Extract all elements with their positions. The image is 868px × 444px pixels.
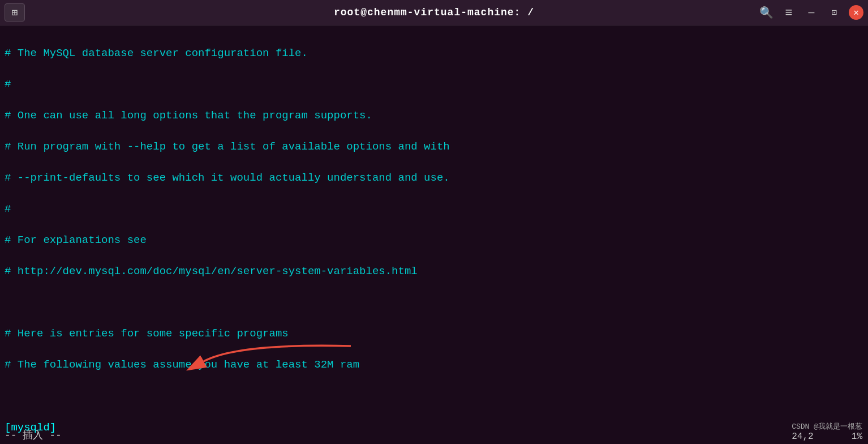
close-button[interactable]: ✕ — [849, 5, 863, 20]
line-13: [mysqld] — [0, 420, 868, 436]
maximize-icon: ⊡ — [831, 7, 837, 18]
menu-button[interactable]: ≡ — [779, 3, 799, 22]
line-4: # Run program with --help to get a list … — [0, 139, 868, 155]
line-11: # The following values assume you have a… — [0, 357, 868, 373]
line-10: # Here is entries for some specific prog… — [0, 326, 868, 342]
line-6: # — [0, 202, 868, 217]
vim-mode-indicator: -- 插入 -- — [0, 426, 66, 444]
new-tab-button[interactable]: ⊞ — [5, 3, 25, 22]
line-8: # http://dev.mysql.com/doc/mysql/en/serv… — [0, 264, 868, 280]
line-9 — [0, 295, 868, 311]
status-bar: CSDN @我就是一根葱 24,2 1% — [755, 419, 868, 444]
insert-label: -- 插入 -- — [5, 430, 62, 441]
search-icon: 🔍 — [759, 6, 774, 20]
menu-icon: ≡ — [785, 5, 793, 20]
line-2: # — [0, 77, 868, 93]
maximize-button[interactable]: ⊡ — [824, 3, 844, 22]
line-5: # --print-defaults to see which it would… — [0, 170, 868, 186]
search-button[interactable]: 🔍 — [756, 3, 776, 22]
line-7: # For explanations see — [0, 233, 868, 249]
cursor-position: 24,2 1% — [760, 432, 862, 442]
terminal-window: # The MySQL database server configuratio… — [0, 25, 868, 444]
window-title: root@chenmm-virtual-machine: / — [334, 7, 534, 18]
titlebar: ⊞ root@chenmm-virtual-machine: / 🔍 ≡ — ⊡… — [0, 0, 868, 25]
new-tab-icon: ⊞ — [12, 6, 18, 19]
terminal-content: # The MySQL database server configuratio… — [0, 25, 868, 444]
titlebar-controls: 🔍 ≡ — ⊡ ✕ — [756, 3, 863, 22]
line-12 — [0, 389, 868, 405]
line-3: # One can use all long options that the … — [0, 108, 868, 124]
close-icon: ✕ — [853, 7, 859, 18]
titlebar-left: ⊞ — [5, 3, 25, 22]
minimize-icon: — — [809, 7, 815, 18]
watermark-label: CSDN @我就是一根葱 — [760, 421, 862, 432]
minimize-button[interactable]: — — [801, 3, 822, 22]
line-1: # The MySQL database server configuratio… — [0, 46, 868, 62]
